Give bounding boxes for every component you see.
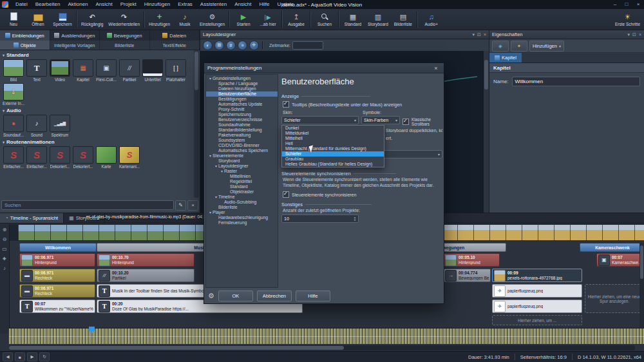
subtab-intelligente-vorlagen[interactable]: Intelligente Vorlagen bbox=[50, 41, 100, 50]
tree-item[interactable]: Soundaufnahme bbox=[206, 122, 278, 128]
timecode-input[interactable] bbox=[292, 41, 323, 50]
timeline-horizontal-scrollbar[interactable] bbox=[9, 345, 635, 350]
tile-soundaufnahme[interactable]: Soundauf... bbox=[3, 115, 24, 137]
search-button[interactable]: Suchen bbox=[312, 10, 337, 30]
settings-button[interactable]: Einstellungen bbox=[197, 10, 227, 30]
tile-route-einfach-1[interactable]: Einfacher... bbox=[3, 146, 24, 169]
tile-route-dekoriert-2[interactable]: Dekoriert... bbox=[72, 146, 94, 169]
output-button[interactable]: Ausgabe bbox=[284, 10, 308, 30]
dropdown-option[interactable]: Graublau bbox=[282, 157, 384, 162]
track-header[interactable]: Kameraschwenk bbox=[580, 243, 639, 252]
spin-down-icon[interactable]: ▼ bbox=[354, 219, 356, 222]
move-tool-icon[interactable] bbox=[249, 41, 259, 50]
skin-select[interactable]: Schiefer bbox=[281, 116, 359, 124]
music-button[interactable]: Musik bbox=[173, 10, 197, 30]
dropdown-option[interactable]: Mitteldunkel bbox=[282, 131, 384, 136]
designer-scrollbar[interactable] bbox=[484, 51, 489, 213]
timeline-clip[interactable]: 00:06.971Hintergrund bbox=[19, 253, 95, 267]
tile-video[interactable]: Video bbox=[49, 59, 71, 82]
name-input[interactable]: Willkommen bbox=[512, 77, 640, 86]
tree-item[interactable]: Storyboard bbox=[206, 158, 278, 164]
tree-item[interactable]: Player bbox=[206, 210, 278, 215]
ok-button[interactable]: OK bbox=[218, 291, 253, 301]
close-icon[interactable] bbox=[431, 65, 440, 71]
new-track-drop-zone[interactable]: Hierher ziehen, um eine neue Spur anzule… bbox=[585, 284, 639, 313]
timeline-clip[interactable]: 00:05.10Hintergrund bbox=[443, 253, 500, 267]
tile-externe[interactable]: Externe In... bbox=[3, 83, 24, 106]
clear-icon[interactable] bbox=[187, 200, 198, 211]
tree-item[interactable]: Dateien hinzufügen bbox=[206, 86, 278, 91]
favorite-icon[interactable] bbox=[511, 41, 527, 52]
subtab-bilderliste[interactable]: Bilderliste bbox=[100, 41, 150, 50]
rotate-tool-icon[interactable] bbox=[203, 41, 213, 50]
timeline-clip[interactable]: papierflugzeug.png bbox=[492, 284, 582, 298]
start-button[interactable]: Starten bbox=[231, 10, 256, 30]
menu-projekt[interactable]: Projekt bbox=[117, 0, 140, 9]
tab-timeline-spuransicht[interactable]: Timeline - Spuransicht bbox=[0, 213, 64, 223]
timeline-clip[interactable]: 00:07Willkommen zu "%UserName%!" bbox=[19, 300, 95, 313]
redo-button[interactable]: Wiederherstellen bbox=[106, 10, 142, 30]
layout-imagelist-button[interactable]: Bilderliste bbox=[391, 10, 415, 30]
timeline-clip[interactable]: 00:10.20Partikel bbox=[97, 269, 194, 282]
timeline-clip[interactable]: papierflugzeug.png bbox=[492, 300, 582, 313]
help-button[interactable]: Hilfe bbox=[296, 291, 330, 301]
loop-icon[interactable] bbox=[39, 352, 50, 361]
minimize-icon[interactable] bbox=[609, 0, 621, 9]
classic-scrollbars-checkbox-row[interactable]: Klassische Scrollbars bbox=[402, 117, 442, 126]
group-header-audio[interactable]: Audio bbox=[1, 106, 192, 115]
pin-icon[interactable] bbox=[628, 32, 630, 37]
track-icon[interactable] bbox=[2, 246, 7, 252]
new-track-drop-zone[interactable]: Hierher ziehen, um ... bbox=[492, 315, 582, 325]
tree-item[interactable]: Automatisches Update bbox=[206, 102, 278, 107]
undo-button[interactable]: Rückgängig bbox=[79, 10, 106, 30]
step-back-icon[interactable] bbox=[3, 352, 13, 361]
tree-item[interactable]: Layoutdesigner bbox=[206, 164, 278, 169]
timeline-clip[interactable]: 00:07Kameraschwe... bbox=[596, 253, 639, 267]
tree-item[interactable]: Audio-Scrubbing bbox=[206, 200, 278, 205]
layout-storyboard-button[interactable]: Storyboard bbox=[365, 10, 391, 30]
tree-item[interactable]: Objektraster bbox=[206, 189, 278, 195]
dropdown-option[interactable]: Hell bbox=[282, 141, 384, 146]
open-button[interactable]: Öffnen bbox=[26, 10, 50, 30]
add-button[interactable]: Hinzufügen bbox=[146, 10, 173, 30]
subtab-objekte[interactable]: Objekte bbox=[0, 41, 50, 50]
tile-kapitel[interactable]: Kapitel bbox=[72, 59, 94, 82]
float-icon[interactable] bbox=[477, 32, 481, 37]
timeline-clip[interactable]: 00:04.774Bewegungen Bewegt bbox=[443, 269, 491, 282]
tree-item[interactable]: Regeldrittel bbox=[206, 179, 278, 184]
catalog-scrollbar[interactable] bbox=[194, 50, 199, 198]
new-button[interactable]: Neu bbox=[1, 10, 26, 30]
play-from-here-button[interactable]: ...ab hier bbox=[256, 10, 280, 30]
menu-bearbeiten[interactable]: Bearbeiten bbox=[32, 0, 64, 9]
group-header-standard[interactable]: Standard bbox=[1, 50, 192, 59]
tooltips-checkbox-row[interactable]: Tooltips (Beschreibungstexte unter der M… bbox=[283, 101, 402, 108]
sync-checkbox-row[interactable]: Steuerelemente synchronisieren bbox=[283, 191, 356, 198]
add-track-icon[interactable] bbox=[3, 256, 6, 262]
tile-text[interactable]: Text bbox=[26, 59, 48, 82]
recent-projects-spinner[interactable]: 10 ▲▼ bbox=[281, 214, 359, 223]
tree-item[interactable]: Mittellinien bbox=[206, 174, 278, 179]
play-icon[interactable] bbox=[27, 352, 37, 361]
tree-item[interactable]: Hardwarebeschleunigung bbox=[206, 215, 278, 220]
tile-route-dekoriert-1[interactable]: Dekoriert... bbox=[49, 146, 71, 169]
tree-item[interactable]: Speichernutzung bbox=[206, 112, 278, 117]
tile-partikel[interactable]: Partikel bbox=[118, 59, 140, 82]
group-header-routenanimationen[interactable]: Routenanimationen bbox=[1, 137, 192, 146]
stop-icon[interactable] bbox=[15, 352, 25, 361]
tile-karte[interactable]: Karte bbox=[95, 146, 117, 169]
pin-icon[interactable] bbox=[473, 32, 475, 37]
timeline-clip[interactable]: 00:10.70Hintergrund bbox=[97, 253, 194, 267]
search-input[interactable]: Suchen bbox=[1, 200, 174, 210]
symbols-select[interactable]: Skin-Farben bbox=[361, 116, 400, 124]
dropdown-option-highlighted[interactable]: Schiefer bbox=[282, 151, 384, 157]
zoom-out-icon[interactable] bbox=[3, 236, 7, 242]
tree-item[interactable]: Standard bbox=[206, 184, 278, 189]
tile-sound[interactable]: Sound bbox=[26, 115, 48, 137]
tile-bild[interactable]: Bild bbox=[3, 59, 24, 82]
tree-item[interactable]: Raster bbox=[206, 169, 278, 174]
menu-datei[interactable]: Datei bbox=[12, 0, 32, 9]
tile-platzhalter[interactable]: Platzhalter bbox=[165, 59, 187, 82]
tab-bewegungen[interactable]: Bewegungen bbox=[100, 30, 150, 41]
close-icon[interactable] bbox=[484, 32, 486, 37]
tab-einblendungen[interactable]: Einblendungen bbox=[0, 30, 50, 41]
